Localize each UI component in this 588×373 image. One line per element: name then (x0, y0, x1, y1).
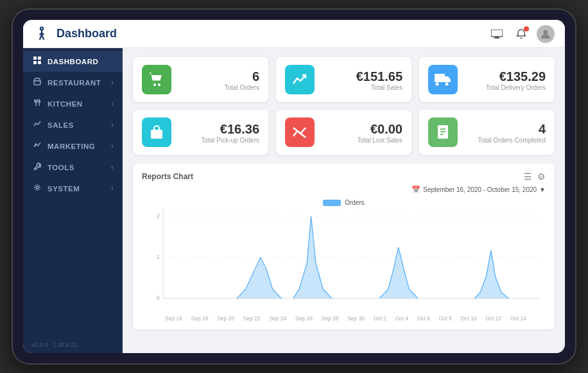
stat-info-pickup: €16.36 Total Pick-up Orders (179, 121, 259, 144)
x-label-3: Sep 22 (243, 315, 261, 322)
dashboard-content: 6 Total Orders €151.65 (123, 48, 565, 353)
stat-card-pickup: €16.36 Total Pick-up Orders (133, 110, 268, 155)
bag-icon (142, 117, 171, 147)
sidebar-label-restaurant: Restaurant (48, 79, 101, 87)
sidebar-label-kitchen: Kitchen (48, 100, 83, 108)
truck-icon (428, 65, 458, 94)
chart-icon (32, 120, 42, 130)
svg-point-15 (35, 144, 37, 145)
x-label-6: Sep 28 (322, 315, 339, 322)
chevron-icon: ‹ (111, 79, 114, 86)
logo-icon (33, 25, 51, 43)
svg-text:1: 1 (157, 254, 160, 260)
svg-rect-1 (491, 30, 503, 37)
header-logo: Dashboard (33, 25, 488, 43)
stat-value-pickup: €16.36 (220, 121, 259, 137)
svg-point-0 (40, 27, 43, 30)
sidebar-label-sales: Sales (48, 121, 74, 129)
sidebar-item-tools[interactable]: ToOLs ‹ (23, 157, 123, 178)
stat-info-lost: €0.00 Total Lost Sales (322, 121, 402, 144)
stat-info-orders: 6 Total Orders (179, 69, 259, 91)
version-label: v1.0.0 - 1.20.4.22 (23, 336, 123, 353)
header: Dashboard (23, 20, 565, 48)
chart-section: Reports Chart ☰ ⚙ 📅 September 16, 2020 -… (133, 164, 555, 329)
hamburger-icon[interactable]: ☰ (524, 171, 532, 182)
stat-info-sales: €151.65 Total Sales (322, 69, 402, 91)
legend-color (323, 200, 341, 206)
sidebar-item-marketing[interactable]: Marketing ‹ (23, 135, 123, 157)
chart-header: Reports Chart ☰ ⚙ (142, 171, 546, 182)
sidebar-item-system[interactable]: System ‹ (23, 178, 123, 199)
sidebar-label-marketing: Marketing (48, 143, 95, 150)
chart-legend: Orders (142, 199, 546, 206)
stat-card-lost-sales: €0.00 Total Lost Sales (276, 110, 411, 155)
receipt-icon (428, 117, 458, 147)
lost-icon (285, 117, 315, 147)
main-content: Dashboard Restaurant ‹ (23, 48, 565, 353)
svg-rect-2 (495, 37, 499, 38)
stat-label-sales: Total Sales (371, 84, 402, 91)
sidebar-label-system: System (48, 185, 80, 193)
x-label-11: Oct 8 (439, 315, 452, 322)
x-label-13: Oct 12 (485, 315, 501, 322)
sidebar-label-tools: ToOLs (48, 164, 74, 171)
monitor-button[interactable] (488, 25, 506, 43)
x-label-10: Oct 6 (417, 315, 430, 322)
stat-value-delivery: €135.29 (499, 69, 546, 84)
stat-label-completed: Total Orders Completed (478, 137, 546, 144)
dropdown-arrow: ▼ (539, 186, 546, 193)
date-range-label: September 16, 2020 - October 15, 2020 (423, 186, 537, 193)
x-label-5: Sep 26 (295, 315, 313, 322)
settings-icon (32, 184, 42, 193)
x-label-4: Sep 24 (269, 315, 286, 322)
svg-rect-3 (494, 38, 500, 39)
chevron-icon: ‹ (111, 185, 114, 192)
stat-cards: 6 Total Orders €151.65 (133, 57, 555, 155)
chart-date-range[interactable]: 📅 September 16, 2020 - October 15, 2020 … (142, 186, 546, 194)
cart-icon (142, 65, 171, 94)
trend-icon (285, 65, 315, 94)
x-label-0: Sep 16 (165, 315, 182, 322)
settings-icon[interactable]: ⚙ (537, 171, 546, 182)
svg-text:2: 2 (157, 213, 160, 219)
chart-container: 0 1 2 (142, 209, 546, 322)
stat-info-completed: 4 Total Orders Completed (465, 121, 546, 144)
sidebar-item-dashboard[interactable]: Dashboard (23, 51, 123, 72)
sidebar-label-dashboard: Dashboard (48, 58, 98, 65)
svg-rect-7 (33, 61, 37, 64)
svg-text:0: 0 (157, 295, 160, 301)
sidebar-item-sales[interactable]: Sales ‹ (23, 114, 123, 135)
tablet-screen: Dashboard (23, 20, 565, 353)
sidebar-item-kitchen[interactable]: Kitchen ‹ (23, 93, 123, 114)
wrench-icon (32, 162, 42, 172)
stat-value-completed: 4 (539, 121, 546, 137)
notification-badge (524, 26, 529, 31)
stat-card-total-sales: €151.65 Total Sales (276, 57, 411, 102)
x-axis-labels: Sep 16 Sep 18 Sep 20 Sep 22 Sep 24 Sep 2… (142, 315, 546, 322)
stat-info-delivery: €135.29 Total Delivery Orders (465, 69, 546, 91)
notifications-button[interactable] (512, 25, 530, 43)
svg-point-17 (153, 83, 156, 86)
marketing-icon (32, 141, 42, 151)
chart-header-actions: ☰ ⚙ (524, 171, 546, 182)
stat-label-pickup: Total Pick-up Orders (201, 137, 259, 144)
svg-point-4 (544, 30, 548, 34)
calendar-icon: 📅 (411, 186, 420, 194)
sidebar: Dashboard Restaurant ‹ (23, 48, 123, 353)
utensils-icon (32, 99, 42, 108)
chart-svg: 0 1 2 (142, 209, 546, 311)
stat-label-delivery: Total Delivery Orders (486, 84, 546, 91)
svg-point-19 (436, 83, 439, 86)
x-label-14: Oct 14 (510, 315, 526, 322)
stat-card-completed: 4 Total Orders Completed (419, 110, 555, 155)
x-label-8: Oct 2 (374, 315, 386, 322)
x-label-2: Sep 20 (217, 315, 234, 322)
svg-rect-5 (33, 56, 37, 60)
header-actions (488, 25, 555, 43)
avatar[interactable] (537, 25, 555, 43)
stat-label-lost: Total Lost Sales (357, 137, 402, 144)
chevron-icon: ‹ (111, 121, 114, 128)
x-label-12: Oct 10 (461, 315, 477, 322)
svg-point-16 (36, 186, 39, 189)
sidebar-item-restaurant[interactable]: Restaurant ‹ (23, 72, 123, 93)
